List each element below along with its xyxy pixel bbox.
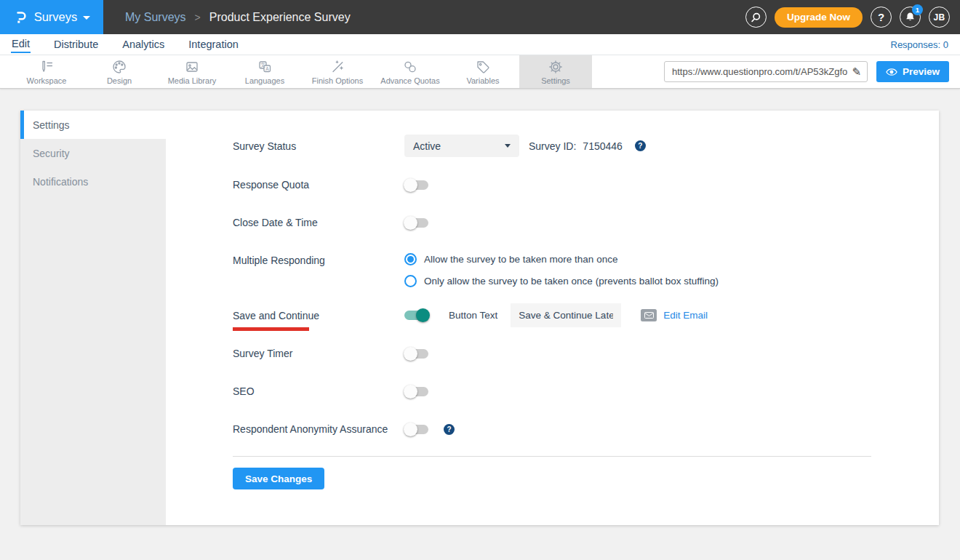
button-text-label: Button Text: [449, 310, 497, 321]
content-divider: [233, 456, 871, 457]
sidebar-item-label: Notifications: [33, 176, 88, 188]
sidebar-item-settings[interactable]: Settings: [20, 111, 166, 139]
settings-card: Settings Security Notifications Survey S…: [20, 111, 939, 525]
top-header: Surveys My Surveys > Product Experience …: [0, 0, 960, 34]
radio-label: Allow the survey to be taken more than o…: [424, 254, 617, 265]
sidebar-item-notifications[interactable]: Notifications: [20, 167, 166, 196]
survey-id-help-icon[interactable]: ?: [635, 140, 646, 151]
eye-icon: [886, 68, 897, 76]
notifications-button[interactable]: 1: [900, 7, 921, 28]
edit-toolbar: Workspace Design Media Library 文 A Langu…: [0, 55, 960, 89]
save-and-continue-label-text: Save and Continue: [233, 310, 319, 321]
edit-email-link[interactable]: Edit Email: [663, 310, 708, 321]
toolbar-tab-variables[interactable]: Variables: [447, 55, 519, 88]
response-quota-toggle[interactable]: [404, 180, 428, 190]
survey-timer-label: Survey Timer: [233, 348, 404, 359]
toolbar-tab-design[interactable]: Design: [83, 55, 156, 88]
survey-url-box: ✎: [664, 61, 868, 82]
radio-only-once[interactable]: [404, 275, 417, 287]
tab-analytics[interactable]: Analytics: [121, 37, 165, 52]
save-changes-button[interactable]: Save Changes: [233, 468, 324, 489]
multiple-responding-options: Allow the survey to be taken more than o…: [404, 253, 719, 287]
edit-url-icon[interactable]: ✎: [852, 65, 867, 79]
links-icon: [402, 59, 418, 75]
preview-label: Preview: [903, 66, 940, 77]
setting-row-survey-status: Survey Status Active Survey ID: 7150446 …: [233, 135, 939, 157]
button-text-input[interactable]: [511, 303, 621, 327]
response-quota-label: Response Quota: [233, 179, 404, 191]
toggle-knob: [404, 423, 417, 436]
toolbar-tab-finish-options[interactable]: Finish Options: [301, 55, 374, 88]
breadcrumb-my-surveys[interactable]: My Surveys: [125, 11, 186, 24]
toolbar-tab-label: Advance Quotas: [380, 76, 439, 85]
survey-id-value: 7150446: [583, 140, 623, 152]
breadcrumb-current: Product Experience Survey: [209, 11, 351, 24]
product-switcher[interactable]: Surveys: [0, 0, 103, 34]
chevron-down-icon: [83, 16, 90, 20]
toolbar-tab-label: Settings: [541, 76, 570, 85]
sidebar-item-label: Security: [33, 148, 70, 159]
chevron-down-icon: [505, 144, 511, 148]
help-button[interactable]: ?: [871, 7, 892, 28]
survey-url-input[interactable]: [665, 66, 852, 77]
respondent-anonymity-help-icon[interactable]: ?: [444, 424, 455, 435]
sidebar-item-security[interactable]: Security: [20, 139, 166, 167]
seo-toggle[interactable]: [404, 387, 428, 396]
survey-status-select[interactable]: Active: [404, 135, 519, 157]
svg-text:A: A: [265, 65, 269, 71]
survey-timer-toggle[interactable]: [404, 349, 428, 359]
palette-icon: [111, 59, 127, 75]
sidebar-item-label: Settings: [33, 119, 70, 131]
toggle-knob: [404, 347, 417, 361]
radio-dot: [407, 256, 414, 263]
app-window: Surveys My Surveys > Product Experience …: [0, 0, 960, 560]
upgrade-now-button[interactable]: Upgrade Now: [775, 7, 863, 28]
toolbar-tab-label: Finish Options: [312, 76, 363, 85]
toolbar-tab-label: Workspace: [27, 76, 67, 85]
workspace-icon: [39, 59, 55, 75]
toggle-knob: [416, 308, 430, 322]
settings-sidebar: Settings Security Notifications: [20, 111, 166, 525]
user-avatar[interactable]: JB: [929, 7, 950, 28]
toolbar-tab-label: Variables: [466, 76, 499, 85]
toolbar-tab-advance-quotas[interactable]: Advance Quotas: [374, 55, 447, 88]
setting-row-close-date: Close Date & Time: [233, 215, 939, 230]
setting-row-seo: SEO: [233, 384, 939, 399]
save-and-continue-toggle[interactable]: [404, 311, 428, 320]
breadcrumb: My Surveys > Product Experience Survey: [125, 11, 351, 24]
header-actions: Upgrade Now ? 1 JB: [745, 7, 960, 28]
toolbar-right: ✎ Preview: [664, 55, 960, 88]
search-button[interactable]: [745, 7, 767, 28]
radio-allow-multiple[interactable]: [404, 253, 417, 265]
radio-option-allow-multiple: Allow the survey to be taken more than o…: [404, 253, 719, 265]
toolbar-tab-media-library[interactable]: Media Library: [156, 55, 228, 88]
save-and-continue-label: Save and Continue: [233, 310, 404, 321]
tab-distribute[interactable]: Distribute: [53, 37, 99, 52]
preview-button[interactable]: Preview: [876, 61, 949, 82]
tab-edit[interactable]: Edit: [11, 36, 31, 53]
search-icon: [749, 11, 762, 24]
toolbar-tab-workspace[interactable]: Workspace: [10, 55, 83, 88]
seo-label: SEO: [233, 385, 404, 397]
toolbar-tab-label: Languages: [245, 76, 284, 85]
gear-icon: [548, 59, 564, 75]
toggle-knob: [404, 216, 417, 230]
product-menu-label: Surveys: [34, 10, 78, 24]
respondent-anonymity-toggle[interactable]: [404, 425, 428, 434]
close-date-label: Close Date & Time: [233, 217, 404, 228]
survey-status-value: Active: [413, 140, 441, 152]
setting-row-save-and-continue: Save and Continue Button Text Edit Email: [233, 303, 939, 327]
survey-status-label: Survey Status: [233, 140, 404, 152]
notification-badge: 1: [912, 4, 923, 15]
tab-integration[interactable]: Integration: [188, 37, 239, 52]
multiple-responding-label: Multiple Responding: [233, 255, 404, 266]
toolbar-tab-settings[interactable]: Settings: [519, 55, 592, 88]
section-nav: Edit Distribute Analytics Integration Re…: [0, 34, 960, 55]
svg-text:文: 文: [260, 62, 265, 68]
close-date-toggle[interactable]: [404, 218, 428, 228]
image-icon: [184, 59, 200, 75]
responses-count: Responses: 0: [891, 39, 960, 50]
toolbar-tab-languages[interactable]: 文 A Languages: [228, 55, 301, 88]
toolbar-tab-label: Design: [107, 76, 132, 85]
breadcrumb-separator: >: [195, 12, 201, 23]
